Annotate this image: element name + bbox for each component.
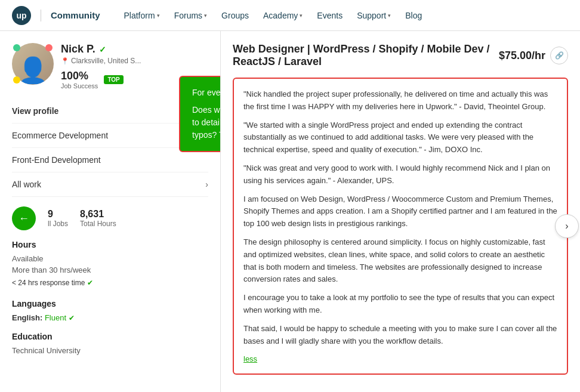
nav-academy[interactable]: Academy ▾: [257, 7, 308, 24]
nav-frontend[interactable]: Front-End Development: [12, 148, 208, 172]
avatar-wrapper: 👤: [12, 43, 54, 85]
score-label: Job Success: [61, 82, 98, 89]
credibility-tooltip: For every role, you want to think about …: [179, 76, 221, 152]
availability-detail: More than 30 hrs/week: [12, 266, 208, 274]
nav-events[interactable]: Events: [311, 7, 348, 24]
hours-title: Hours: [12, 240, 208, 249]
community-label: Community: [51, 10, 100, 20]
hours-value: 8,631: [80, 209, 116, 220]
left-sidebar: 👤 Nick P. ✓ 📍 Clarksville, United S...: [0, 31, 221, 392]
availability: Available: [12, 254, 208, 263]
languages-title: Languages: [12, 299, 208, 308]
right-content: Web Designer | WordPress / Shopify / Mob…: [221, 31, 580, 392]
bio-p3: I encourage you to take a look at my por…: [243, 292, 557, 317]
chevron-down-icon: ▾: [300, 13, 303, 18]
rate-info: $75.00/hr 🔗: [499, 47, 568, 64]
back-button[interactable]: ←: [12, 206, 36, 230]
check-icon: ✔: [87, 279, 93, 287]
arrow-right-icon: ›: [205, 180, 208, 189]
fluent-badge-icon: ✔: [69, 314, 75, 322]
nav-forums[interactable]: Forums ▾: [168, 7, 213, 24]
nav-divider: [41, 10, 41, 21]
dot-tl: [13, 44, 20, 51]
review-2: "We started with a single WordPress proj…: [243, 119, 557, 156]
jobs-label: ll Jobs: [48, 220, 68, 228]
verified-badge: ✓: [99, 45, 106, 54]
education-section: Education Technical University: [12, 332, 208, 355]
nav-blog[interactable]: Blog: [399, 7, 428, 24]
profile-location: 📍 Clarksville, United S...: [61, 57, 208, 65]
nav-all-work[interactable]: All work ›: [12, 172, 208, 197]
next-button[interactable]: ›: [555, 214, 579, 238]
stats-row: ← 9 ll Jobs 8,631 Total Hours: [12, 206, 208, 230]
response-time: < 24 hrs response time ✔: [12, 279, 93, 287]
job-title: Web Designer | WordPress / Shopify / Mob…: [233, 43, 499, 68]
tooltip-line1: For every role, you want to think about …: [192, 87, 221, 99]
bio-p2: The design philosophy is centered around…: [243, 236, 557, 286]
dot-tr: [45, 44, 53, 51]
nav-items: Platform ▾ Forums ▾ Groups Academy ▾ Eve…: [118, 7, 569, 24]
logo-icon: up: [12, 6, 31, 25]
language-english: English: Fluent ✔: [12, 313, 208, 322]
nav-support[interactable]: Support ▾: [351, 7, 397, 24]
education-title: Education: [12, 332, 208, 341]
top-badge: TOP: [104, 75, 123, 84]
less-link[interactable]: less: [243, 354, 257, 363]
profile-name: Nick P. ✓: [61, 43, 208, 55]
nav-platform[interactable]: Platform ▾: [118, 7, 166, 24]
tooltip-line2: Does what you say tell a coherent narrat…: [192, 104, 221, 141]
dot-bl: [13, 76, 20, 84]
logo[interactable]: up Community: [12, 6, 100, 25]
jobs-stat: 9 ll Jobs: [48, 209, 68, 228]
hourly-rate: $75.00/hr: [499, 50, 545, 62]
score-percent: 100%: [61, 70, 98, 82]
profile-card: 👤 Nick P. ✓ 📍 Clarksville, United S...: [12, 43, 208, 89]
hours-label: Total Hours: [80, 220, 116, 228]
review-3: "Nick was great and very good to work wi…: [243, 162, 557, 187]
hours-section: Hours Available More than 30 hrs/week < …: [12, 240, 208, 289]
hours-stat: 8,631 Total Hours: [80, 209, 116, 228]
jobs-count: 9: [48, 209, 68, 220]
school-name: Technical University: [12, 346, 208, 355]
location-pin-icon: 📍: [61, 57, 69, 65]
main-container: 👤 Nick P. ✓ 📍 Clarksville, United S...: [0, 31, 580, 392]
link-icon[interactable]: 🔗: [550, 47, 568, 64]
reviews-box: "Nick handled the project super professi…: [233, 78, 568, 375]
review-1: "Nick handled the project super professi…: [243, 88, 557, 113]
bio-p4: That said, I would be happy to schedule …: [243, 323, 557, 348]
navbar: up Community Platform ▾ Forums ▾ Groups …: [0, 0, 580, 31]
nav-groups[interactable]: Groups: [215, 7, 255, 24]
bio-p1: I am focused on Web Design, WordPress / …: [243, 193, 557, 230]
chevron-down-icon: ▾: [157, 13, 160, 18]
chevron-down-icon: ▾: [204, 13, 207, 18]
job-title-row: Web Designer | WordPress / Shopify / Mob…: [233, 43, 568, 68]
languages-section: Languages English: Fluent ✔: [12, 299, 208, 322]
chevron-down-icon: ▾: [388, 13, 391, 18]
